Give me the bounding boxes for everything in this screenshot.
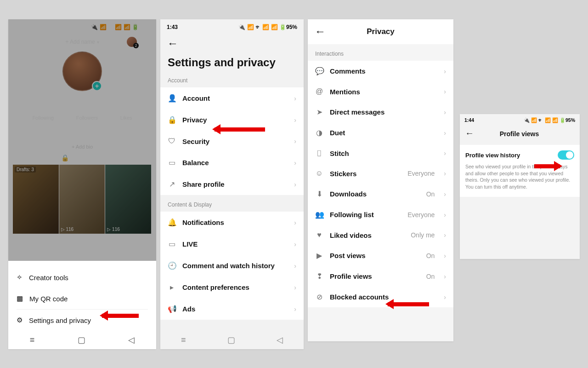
page-title: Profile views	[464, 130, 574, 138]
item-stickers[interactable]: ☺StickersEveryone›	[308, 163, 453, 184]
section-content: Content & Display	[160, 195, 304, 212]
video-thumb[interactable]: ▷ 116	[59, 165, 105, 234]
section-interactions: Interactions	[308, 44, 453, 61]
item-notifications[interactable]: 🔔Notifications›	[160, 212, 304, 233]
wallet-icon: ▭	[168, 158, 176, 167]
add-name-chip[interactable]: + Add name ▾	[61, 37, 103, 47]
chevron-right-icon: ›	[444, 252, 446, 259]
stat-likes[interactable]: 59Likes	[120, 107, 132, 121]
friend-avatar-icon[interactable]: 2	[127, 37, 137, 47]
profile-view-history-toggle[interactable]	[558, 150, 574, 160]
status-indicators: 🔌 📶 ᯤ 📶 📶 🔋95%	[91, 24, 150, 30]
toggle-label: Profile view history	[465, 152, 558, 159]
system-nav: ≡ ▢ ◁	[160, 331, 304, 349]
item-post-views[interactable]: ▶Post viewsOn›	[308, 245, 453, 266]
page-title: Settings and privacy	[160, 56, 304, 69]
item-ads[interactable]: 📢Ads›	[160, 298, 304, 320]
item-share-profile[interactable]: ↗Share profile›	[160, 173, 304, 195]
status-indicators: 🔌 📶 ᯤ 📶 📶 🔋95%	[524, 117, 575, 123]
chevron-right-icon: ›	[294, 181, 296, 188]
qr-icon[interactable]: ▩	[102, 96, 107, 102]
item-liked-videos[interactable]: ♥Liked videosOnly me›	[308, 225, 453, 245]
block-icon: ⊘	[315, 293, 323, 301]
shield-icon: 🛡	[168, 137, 176, 145]
share-icon: ↗	[168, 180, 176, 189]
profile-avatar[interactable]: +	[62, 52, 102, 91]
chevron-right-icon: ›	[294, 219, 296, 226]
nav-recent-icon[interactable]: ≡	[181, 335, 186, 345]
nav-home-icon[interactable]: ▢	[78, 335, 85, 345]
back-icon[interactable]: ←	[465, 129, 474, 138]
footsteps-icon: ❢	[315, 272, 323, 281]
video-thumb[interactable]: ▷ 116	[105, 165, 151, 234]
item-live[interactable]: ▭LIVE›	[160, 233, 304, 255]
chevron-right-icon: ›	[294, 159, 296, 167]
person-icon: 👤	[168, 94, 176, 103]
qr-icon: ▩	[17, 294, 23, 303]
chevron-right-icon: ›	[294, 116, 296, 124]
item-security[interactable]: 🛡Security›	[160, 131, 304, 152]
item-stitch[interactable]: ⌷Stitch›	[308, 143, 453, 163]
video-thumb[interactable]: Drafts: 3	[13, 165, 59, 234]
status-indicators: 🔌 📶 ᯤ 📶 📶 🔋95%	[238, 24, 297, 30]
stitch-icon: ⌷	[315, 149, 323, 157]
chevron-right-icon: ›	[444, 211, 446, 218]
item-direct-messages[interactable]: ➤Direct messages›	[308, 102, 453, 122]
chevron-right-icon: ›	[294, 241, 296, 248]
grid-tab-icon[interactable]: ☷	[27, 154, 33, 161]
megaphone-icon: 📢	[168, 305, 176, 313]
nav-recent-icon[interactable]: ≡	[30, 335, 35, 345]
item-mentions[interactable]: @Mentions›	[308, 81, 453, 102]
back-icon[interactable]: ←	[315, 26, 326, 38]
sheet-creator-tools[interactable]: ✧ Creator tools	[8, 267, 156, 288]
repost-tab-icon[interactable]: 🗘	[97, 154, 103, 161]
nav-home-icon[interactable]: ▢	[227, 335, 235, 345]
annotation-arrow	[534, 164, 560, 168]
chevron-right-icon: ›	[294, 305, 296, 313]
bottom-sheet: ✧ Creator tools ▩ My QR code ⚙ Settings …	[8, 262, 156, 349]
sheet-settings-privacy[interactable]: ⚙ Settings and privacy	[8, 310, 156, 331]
item-comments[interactable]: 💬Comments›	[308, 61, 453, 81]
chevron-right-icon: ›	[294, 284, 296, 291]
lock-tab-icon[interactable]: 🔒	[61, 154, 69, 161]
item-comment-history[interactable]: 🕘Comment and watch history›	[160, 255, 304, 276]
sheet-qr-code[interactable]: ▩ My QR code	[8, 288, 156, 309]
edit-profile-button[interactable]: Edit profile	[35, 126, 79, 140]
menu-icon[interactable]	[142, 39, 151, 45]
annotation-arrow	[215, 127, 265, 132]
annotation-arrow	[102, 314, 139, 318]
chevron-right-icon: ›	[294, 262, 296, 270]
status-time: 1:43	[15, 24, 26, 30]
item-following-list[interactable]: 👥Following listEveryone›	[308, 204, 453, 225]
chevron-right-icon: ›	[444, 68, 446, 75]
stat-following[interactable]: 7Following	[32, 107, 53, 121]
stat-followers[interactable]: 12Followers	[76, 107, 98, 121]
back-icon[interactable]: ←	[167, 38, 178, 50]
status-time: 1:44	[464, 117, 474, 123]
item-duet[interactable]: ◑Duet›	[308, 122, 453, 143]
lock-icon: 🔒	[168, 115, 176, 124]
item-profile-views[interactable]: ❢Profile viewsOn›	[308, 266, 453, 287]
duet-icon: ◑	[315, 128, 323, 137]
nav-back-icon[interactable]: ◁	[128, 335, 135, 345]
profile-views-screen: 1:44 🔌 📶 ᯤ 📶 📶 🔋95% ← Profile views Prof…	[460, 114, 580, 259]
item-content-prefs[interactable]: ▸Content preferences›	[160, 276, 304, 298]
nav-back-icon[interactable]: ◁	[277, 335, 283, 345]
item-downloads[interactable]: ⬇DownloadsOn›	[308, 184, 453, 204]
comment-icon: 💬	[315, 67, 323, 75]
live-icon: ▭	[168, 240, 176, 248]
gear-icon: ⚙	[17, 316, 23, 324]
item-balance[interactable]: ▭Balance›	[160, 152, 304, 173]
page-title: Privacy	[315, 27, 446, 36]
chevron-right-icon: ›	[444, 293, 446, 301]
add-friends-button[interactable]: Add friends	[84, 126, 130, 140]
item-account[interactable]: 👤Account›	[160, 87, 304, 109]
add-avatar-icon[interactable]: +	[92, 81, 102, 91]
video-grid: Drafts: 3 ▷ 116 ▷ 116	[13, 165, 152, 234]
add-bio-link[interactable]: + Add bio	[13, 144, 152, 150]
play-icon: ▶	[315, 251, 323, 260]
people-icon: 👥	[315, 210, 323, 219]
sticker-icon: ☺	[315, 169, 323, 178]
liked-tab-icon[interactable]: ♡	[131, 154, 137, 161]
chevron-right-icon: ›	[444, 170, 446, 177]
